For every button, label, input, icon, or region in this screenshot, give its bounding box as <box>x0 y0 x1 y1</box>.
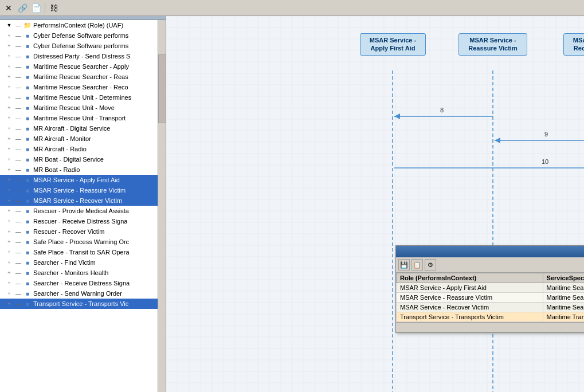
expand-i3[interactable]: + <box>5 52 14 61</box>
item-icon-i4: ■ <box>23 62 32 71</box>
dash-i9: — <box>14 113 23 123</box>
diagram-panel[interactable]: MSAR Service -Apply First Aid MSAR Servi… <box>166 16 584 392</box>
expand-i23[interactable]: + <box>5 258 14 267</box>
expand-i9[interactable]: + <box>5 113 14 123</box>
expand-i24[interactable]: + <box>5 268 14 277</box>
dialog-row-0[interactable]: MSAR Service - Apply First Aid Maritime … <box>397 283 585 293</box>
dialog-copy-button[interactable]: 📋 <box>411 259 423 271</box>
expand-i15[interactable]: + <box>5 175 14 185</box>
label-i23: Searcher - Find Victim <box>33 259 96 266</box>
expand-i10[interactable]: + <box>5 124 14 133</box>
expand-i17[interactable]: + <box>5 196 14 205</box>
tree-item-i10[interactable]: + — ■ MR Aircraft - Digital Service <box>0 123 158 134</box>
tree-item-i19[interactable]: + — ■ Rescuer - Receive Distress Signa <box>0 216 158 226</box>
scrollbar[interactable] <box>158 20 166 392</box>
cell-role-2: MSAR Service - Recover Victim <box>397 303 543 312</box>
tree-item-i1[interactable]: + — ■ Cyber Defense Software performs <box>0 30 158 41</box>
dialog-save-button[interactable]: 💾 <box>398 259 410 271</box>
dialog-row-1[interactable]: MSAR Service - Reassure Victim Maritime … <box>397 293 585 303</box>
expand-i14[interactable]: + <box>5 165 14 174</box>
expand-i13[interactable]: + <box>5 155 14 164</box>
expand-i19[interactable]: + <box>5 217 14 226</box>
tree-expand-icon[interactable]: ▼ <box>5 21 14 30</box>
expand-i16[interactable]: + <box>5 186 14 195</box>
dash-i5: — <box>14 72 23 81</box>
expand-i8[interactable]: + <box>5 103 14 112</box>
tree-item-i8[interactable]: + — ■ Maritime Rescue Unit - Move <box>0 103 158 113</box>
label-i20: Rescuer - Recover Victim <box>33 228 105 235</box>
tree-item-i3[interactable]: + — ■ Distressed Party - Send Distress S <box>0 51 158 61</box>
tree-item-i20[interactable]: + — ■ Rescuer - Recover Victim <box>0 226 158 237</box>
dash-i13: — <box>14 155 23 164</box>
label-i5: Maritime Rescue Searcher - Reas <box>33 73 128 80</box>
dash-i10: — <box>14 124 23 133</box>
expand-i7[interactable]: + <box>5 93 14 102</box>
dash-i18: — <box>14 206 23 215</box>
dash-i2: — <box>14 41 23 50</box>
expand-i4[interactable]: + <box>5 62 14 71</box>
tree-item-i21[interactable]: + — ■ Safe Place - Process Warning Orc <box>0 237 158 247</box>
tree-item-i15[interactable]: + — ■ MSAR Service - Apply First Aid <box>0 175 158 185</box>
chain-button[interactable]: ⛓ <box>48 2 60 14</box>
label-i13: MR Boat - Digital Service <box>33 156 104 163</box>
tree-item-i2[interactable]: + — ■ Cyber Defense Software performs <box>0 41 158 51</box>
expand-i25[interactable]: + <box>5 279 14 288</box>
cell-service-2: Maritime Search and Rescue Service <box>543 303 584 312</box>
link-button[interactable]: 🔗 <box>16 2 29 14</box>
tree-item-i24[interactable]: + — ■ Searcher - Monitors Health <box>0 268 158 278</box>
item-icon-i21: ■ <box>23 237 32 246</box>
tree-item-i13[interactable]: + — ■ MR Boat - Digital Service <box>0 154 158 164</box>
close-button[interactable]: ✕ <box>2 2 15 14</box>
label-i27: Transport Service - Transports Vic <box>33 300 128 307</box>
expand-i12[interactable]: + <box>5 144 14 154</box>
tree-item-i12[interactable]: + — ■ MR Aircraft - Radio <box>0 144 158 154</box>
expand-i27[interactable]: + <box>5 299 14 308</box>
dash-i17: — <box>14 196 23 205</box>
dialog-row-2[interactable]: MSAR Service - Recover Victim Maritime S… <box>397 303 585 312</box>
item-icon-i22: ■ <box>23 248 32 257</box>
item-icon-i12: ■ <box>23 144 32 154</box>
tree-item-i7[interactable]: + — ■ Maritime Rescue Unit - Determines <box>0 92 158 103</box>
col-header-service: ServiceSpec or ServiceInterface <box>543 273 584 283</box>
tree-item-i26[interactable]: + — ■ Searcher - Send Warning Order <box>0 288 158 299</box>
item-icon-i23: ■ <box>23 258 32 267</box>
item-icon-i18: ■ <box>23 206 32 215</box>
tree-item-i23[interactable]: + — ■ Searcher - Find Victim <box>0 257 158 268</box>
expand-i6[interactable]: + <box>5 83 14 92</box>
expand-i1[interactable]: + <box>5 31 14 40</box>
tree-item-i18[interactable]: + — ■ Rescuer - Provide Medical Assista <box>0 206 158 216</box>
tree-item-i6[interactable]: + — ■ Maritime Rescue Searcher - Reco <box>0 82 158 92</box>
tree-item-i5[interactable]: + — ■ Maritime Rescue Searcher - Reas <box>0 72 158 82</box>
tree-item-i4[interactable]: + — ■ Maritime Rescue Searcher - Apply <box>0 61 158 72</box>
item-icon-i10: ■ <box>23 124 32 133</box>
tree-root[interactable]: ▼ — 📁 PerformsInContext (Role) (UAF) <box>0 20 158 30</box>
expand-i26[interactable]: + <box>5 289 14 298</box>
cell-service-0: Maritime Search and Rescue Service <box>543 283 584 293</box>
expand-i2[interactable]: + <box>5 41 14 50</box>
dash-i16: — <box>14 186 23 195</box>
expand-i21[interactable]: + <box>5 237 14 246</box>
expand-i11[interactable]: + <box>5 134 14 143</box>
dialog-table-container[interactable]: Role (PerformsInContext) ServiceSpec or … <box>396 273 584 322</box>
dialog-settings-button[interactable]: ⚙ <box>425 259 436 271</box>
dialog-row-3[interactable]: Transport Service - Transports Victim Ma… <box>397 312 585 322</box>
expand-i18[interactable]: + <box>5 206 14 215</box>
tree-item-i14[interactable]: + — ■ MR Boat - Radio <box>0 164 158 175</box>
dash-i19: — <box>14 217 23 226</box>
swimlane-apply-first-aid: MSAR Service -Apply First Aid <box>360 33 426 56</box>
item-icon-i11: ■ <box>23 134 32 143</box>
tree-item-i25[interactable]: + — ■ Searcher - Receive Distress Signa <box>0 278 158 288</box>
tree-item-i9[interactable]: + — ■ Maritime Rescue Unit - Transport <box>0 113 158 123</box>
label-i2: Cyber Defense Software performs <box>33 42 128 49</box>
expand-i22[interactable]: + <box>5 248 14 257</box>
tree-item-i16[interactable]: + — ■ MSAR Service - Reassure Victim <box>0 185 158 195</box>
expand-i5[interactable]: + <box>5 72 14 81</box>
tree-item-i17[interactable]: + — ■ MSAR Service - Recover Victim <box>0 195 158 206</box>
scrollbar-thumb[interactable] <box>158 54 166 123</box>
item-icon-i2: ■ <box>23 41 32 50</box>
tree-item-i22[interactable]: + — ■ Safe Place - Transit to SAR Opera <box>0 247 158 257</box>
tree-item-i27[interactable]: + — ■ Transport Service - Transports Vic <box>0 299 158 309</box>
document-button[interactable]: 📄 <box>30 2 42 14</box>
expand-i20[interactable]: + <box>5 227 14 236</box>
tree-item-i11[interactable]: + — ■ MR Aircraft - Monitor <box>0 134 158 144</box>
